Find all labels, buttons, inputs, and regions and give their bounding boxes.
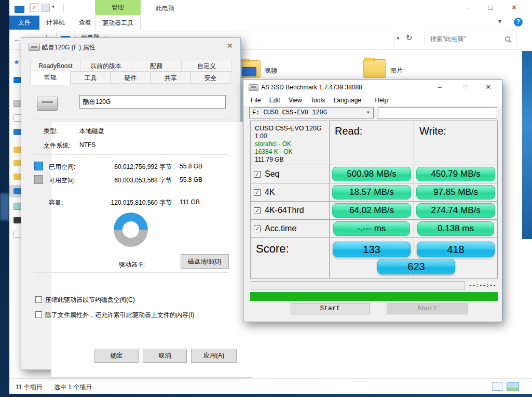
menu-language[interactable]: Language: [331, 95, 364, 106]
cancel-button[interactable]: 取消: [143, 349, 187, 363]
menu-view[interactable]: View: [285, 95, 305, 106]
benchmark-titlebar: AS SSD Benchmark 1.7.4739.38088 – □ ✕: [243, 80, 502, 95]
details-view-button[interactable]: [492, 382, 502, 391]
search-box[interactable]: [425, 32, 516, 46]
filmstrip-icon: [242, 67, 256, 76]
divider: [34, 191, 229, 191]
device-info-panel: CUSO C5S-EVO 120G 1.00 storahci - OK 163…: [250, 121, 330, 165]
this-pc-icon[interactable]: [15, 4, 24, 14]
minimize-button[interactable]: –: [456, 0, 479, 16]
4k-read-value: 18.57 MB/s: [332, 185, 411, 200]
drive-select-value: F: CUSO C5S-EVO 120G: [252, 109, 327, 116]
elapsed-time: --:--:--: [469, 282, 496, 288]
tab-drive-tools[interactable]: 驱动器工具: [95, 16, 141, 30]
tab-hardware[interactable]: 硬件: [111, 72, 151, 84]
tab-computer[interactable]: 计算机: [39, 16, 72, 30]
minimize-button[interactable]: –: [429, 80, 450, 95]
drive-select-dropdown[interactable]: F: CUSO C5S-EVO 120G ▾: [249, 107, 374, 118]
seq-checkbox[interactable]: ✓: [254, 171, 261, 178]
ok-button[interactable]: 确定: [94, 349, 139, 363]
ribbon-collapse-icon[interactable]: ▾: [498, 18, 501, 25]
compress-checkbox[interactable]: [35, 296, 42, 303]
folder-node-icon[interactable]: [13, 174, 21, 180]
menu-tools[interactable]: Tools: [307, 95, 328, 106]
tab-security[interactable]: 安全: [190, 72, 230, 84]
index-checkbox[interactable]: [35, 311, 42, 318]
disk-cleanup-button[interactable]: 磁盘清理(D): [181, 254, 229, 269]
this-pc-selected-icon: [13, 188, 21, 194]
benchmark-textbox[interactable]: [378, 107, 497, 118]
refresh-icon[interactable]: ↻: [406, 33, 413, 43]
desktop-wallpaper-streak: [0, 193, 9, 220]
back-icon[interactable]: ←: [13, 34, 21, 43]
drive-icon: [29, 44, 40, 51]
maximize-button[interactable]: □: [455, 80, 476, 95]
tab-customize[interactable]: 自定义: [181, 60, 232, 72]
quick-access-star-icon[interactable]: ★: [13, 58, 20, 66]
4k64-read-cell: 64.02 MB/s: [329, 201, 414, 220]
tab-quota[interactable]: 配额: [131, 60, 182, 72]
tab-sharing[interactable]: 共享: [151, 72, 190, 84]
maximize-button[interactable]: □: [479, 0, 502, 16]
4k-write-cell: 97.85 MB/s: [414, 183, 498, 202]
close-button[interactable]: ✕: [478, 80, 499, 95]
free-space-swatch: [34, 175, 43, 184]
device-model: CUSO C5S-EVO 120G: [255, 124, 329, 133]
menu-help[interactable]: Help: [372, 95, 391, 106]
read-column-header: Read:: [329, 121, 414, 165]
pictures-folder-label[interactable]: 图片: [390, 67, 403, 75]
volume-name-input[interactable]: [79, 95, 226, 109]
onedrive-icon[interactable]: [13, 77, 21, 83]
device-alignment-status: 16384 K - OK: [255, 148, 329, 156]
score-read-value: 133: [333, 242, 411, 257]
filesystem-value: NTFS: [79, 141, 96, 149]
videos-folder-item[interactable]: [239, 58, 260, 77]
acctime-checkbox[interactable]: ✓: [254, 226, 261, 232]
quick-access-properties-icon[interactable]: ✓: [30, 3, 38, 12]
used-space-bytes: 60,012,756,992 字节: [94, 163, 172, 171]
titlebar-separator: [63, 4, 64, 12]
tab-general[interactable]: 常规: [30, 71, 71, 85]
folder-node-icon[interactable]: [13, 147, 21, 153]
4k64-checkbox[interactable]: ✓: [254, 207, 261, 214]
address-dropdown-icon[interactable]: ▾: [397, 35, 400, 42]
4k-label: 4K: [265, 188, 275, 197]
menu-edit[interactable]: Edit: [266, 95, 283, 106]
acctime-read-value: -.--- ms: [333, 221, 410, 236]
tab-file[interactable]: 文件: [9, 16, 39, 30]
abort-button[interactable]: Abort: [387, 303, 468, 314]
benchmark-menubar: File Edit View Tools Language Help: [243, 95, 502, 106]
search-input[interactable]: [429, 35, 504, 43]
close-icon[interactable]: ✕: [227, 42, 233, 50]
start-button[interactable]: Start: [291, 303, 370, 314]
4k-checkbox[interactable]: ✓: [254, 189, 261, 196]
close-button[interactable]: ✕: [502, 0, 526, 16]
help-icon[interactable]: ?: [514, 18, 523, 27]
tab-tools[interactable]: 工具: [71, 72, 111, 84]
usb-drive-icon[interactable]: [13, 217, 21, 223]
pictures-folder-item[interactable]: [363, 57, 385, 77]
menu-file[interactable]: File: [248, 95, 264, 106]
tab-previous-versions[interactable]: 以前的版本: [80, 60, 131, 72]
item-count: 11 个项目: [16, 383, 43, 392]
free-space-size: 55.8 GB: [180, 176, 202, 183]
videos-folder-label[interactable]: 视频: [265, 67, 277, 75]
compress-checkbox-label[interactable]: 压缩此驱动器以节约磁盘空间(C): [45, 296, 135, 305]
used-space-size: 55.8 GB: [180, 163, 202, 170]
4k64-write-value: 274.74 MB/s: [416, 203, 495, 218]
progress-bar: [251, 281, 465, 289]
index-checkbox-label[interactable]: 除了文件属性外，还允许索引此驱动器上文件的内容(I): [45, 311, 194, 320]
score-write-value: 418: [417, 242, 495, 257]
desktop-node-icon[interactable]: [13, 129, 21, 135]
tab-readyboost[interactable]: ReadyBoost: [30, 60, 81, 72]
quick-access-customize-icon[interactable]: ▾: [52, 4, 54, 9]
divider: [34, 154, 229, 155]
seq-row-label-cell: ✓ Seq: [250, 165, 330, 183]
divider: [34, 119, 229, 120]
device-capacity: 111.79 GB: [255, 156, 329, 164]
quick-access-new-folder-icon[interactable]: [42, 4, 50, 12]
thumbnail-view-button[interactable]: [507, 382, 519, 391]
folder-node-icon[interactable]: [13, 160, 21, 166]
apply-button[interactable]: 应用(A): [191, 349, 237, 363]
device-firmware: 1.00: [255, 133, 329, 140]
